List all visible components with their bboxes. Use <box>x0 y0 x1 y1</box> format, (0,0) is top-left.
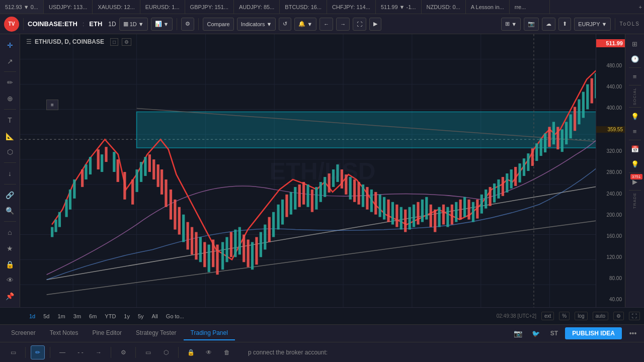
chart-type-btn[interactable]: 📊 ▼ <box>151 18 173 31</box>
chart-area[interactable]: ☰ ETH/USD, D, COINBASE □ ⚙ ≡ ETH/USD <box>20 34 625 307</box>
interval-selector[interactable]: ▦ 1D ▼ <box>119 18 148 31</box>
draw-pencil[interactable]: ✏ <box>31 345 45 359</box>
expand-btn[interactable]: ⛶ <box>629 312 640 320</box>
star-tool[interactable]: ★ <box>3 241 17 255</box>
tab-11[interactable]: rre... <box>510 0 550 14</box>
rt-clock-btn[interactable]: 🕐 <box>628 52 641 65</box>
draw-lock[interactable]: 🔒 <box>184 345 198 359</box>
chart-title-controls: □ ⚙ <box>109 38 132 45</box>
draw-shape[interactable]: ▭ <box>141 345 155 359</box>
link-tool[interactable]: 🔗 <box>3 188 17 202</box>
draw-polygon[interactable]: ⬡ <box>159 345 173 359</box>
time-1y[interactable]: 1y <box>120 312 134 321</box>
st-btn[interactable]: ST <box>547 326 561 340</box>
tab-7[interactable]: CHFJPY: 114... <box>327 0 376 14</box>
time-5d[interactable]: 5d <box>39 312 53 321</box>
draw-line[interactable]: — <box>55 345 69 359</box>
time-5y[interactable]: 5y <box>134 312 148 321</box>
tab-4[interactable]: GBPJPY: 151... <box>185 0 234 14</box>
draw-rect-select[interactable]: ▭ <box>6 345 20 359</box>
ext-btn[interactable]: ext <box>541 312 554 320</box>
crosshair-tool[interactable]: ✛ <box>3 38 17 52</box>
chart-svg[interactable]: 🌐 3 13 <box>20 34 625 307</box>
rt-chat-btn[interactable]: ≡ <box>628 125 641 138</box>
draw-arrow[interactable]: → <box>92 345 106 359</box>
fullscreen-btn[interactable]: ⛶ <box>353 18 366 31</box>
alert-btn[interactable]: 🔔▼ <box>294 18 316 31</box>
chart-screenshot-btn[interactable]: □ <box>110 38 118 46</box>
text-tool[interactable]: T <box>3 113 17 127</box>
rt-clock-icon: 🕐 <box>631 55 639 63</box>
cloud-btn[interactable]: ☁ <box>542 18 555 31</box>
svg-rect-135 <box>535 143 538 161</box>
svg-rect-71 <box>264 225 266 250</box>
compare-btn[interactable]: Compare <box>203 18 233 31</box>
zoom-tool[interactable]: 🔍 <box>3 204 17 218</box>
twitter-btn[interactable]: 🐦 <box>529 326 543 340</box>
rt-layout-btn[interactable]: ⊞ <box>628 37 641 50</box>
replay-btn[interactable]: ↺ <box>279 18 291 31</box>
rt-lightbulb-btn[interactable]: 💡 <box>628 110 641 123</box>
eye-tool[interactable]: 👁 <box>3 273 17 287</box>
panel-tab-textnotes[interactable]: Text Notes <box>43 326 86 340</box>
time-1m[interactable]: 1m <box>54 312 69 321</box>
time-goto[interactable]: Go to... <box>162 312 188 321</box>
tab-10[interactable]: A Lesson in... <box>466 0 510 14</box>
draw-eye[interactable]: 👁 <box>202 345 216 359</box>
panel-tab-screener[interactable]: Screener <box>4 326 43 340</box>
upload-btn[interactable]: ⬆ <box>558 18 571 31</box>
tab-9[interactable]: NZDUSD: 0... <box>422 0 466 14</box>
tab-2[interactable]: XAUUSD: 12... <box>93 0 140 14</box>
lock-tool[interactable]: 🔒 <box>3 257 17 272</box>
symbol-search-btn[interactable]: EURJPY ▼ <box>574 18 611 31</box>
tab-5[interactable]: AUDJPY: 85... <box>234 0 280 14</box>
indicators-btn[interactable]: Indicators ▼ <box>237 18 276 31</box>
time-all[interactable]: All <box>148 312 162 321</box>
draw-trash[interactable]: 🗑 <box>220 345 234 359</box>
new-tab-btn[interactable]: + <box>639 4 642 10</box>
layout-btn[interactable]: ⊞▼ <box>501 18 521 31</box>
back-btn[interactable]: ← <box>319 18 333 31</box>
tab-0[interactable]: 512.93 ▼ 0... <box>0 0 44 14</box>
play-btn[interactable]: ▶ <box>369 18 381 31</box>
shape-tool[interactable]: ⬡ <box>3 145 17 159</box>
time-6m[interactable]: 6m <box>85 312 101 321</box>
panel-tab-strategy[interactable]: Strategy Tester <box>129 326 183 340</box>
home-tool[interactable]: ⌂ <box>3 225 17 239</box>
camera-btn[interactable]: 📷 <box>524 18 539 31</box>
chart-settings-btn[interactable]: ⚙ <box>122 38 131 46</box>
pencil-tool[interactable]: ✏ <box>3 75 17 89</box>
panel-tab-trading[interactable]: Trading Panel <box>184 326 235 340</box>
indicators-label: Indicators <box>241 21 265 27</box>
settings-btn2[interactable]: ⚙ <box>613 312 624 320</box>
rt-alert-btn[interactable]: 💡 <box>628 157 641 170</box>
tab-1[interactable]: USDJPY: 113... <box>44 0 93 14</box>
percent-btn[interactable]: % <box>559 312 570 320</box>
camera-btn2[interactable]: 📷 <box>511 326 525 340</box>
draw-settings[interactable]: ⚙ <box>116 345 130 359</box>
crossline-tool[interactable]: ⊕ <box>3 92 17 106</box>
time-ytd[interactable]: YTD <box>101 312 120 321</box>
panel-tab-pine[interactable]: Pine Editor <box>85 326 129 340</box>
measure-tool[interactable]: 📐 <box>3 129 17 143</box>
svg-rect-148 <box>591 78 593 104</box>
settings-btn[interactable]: ⚙ <box>181 18 194 31</box>
rt-news-btn[interactable]: ≡ <box>628 70 641 83</box>
draw-dash[interactable]: - - <box>73 345 88 359</box>
time-3m[interactable]: 3m <box>69 312 85 321</box>
rt-calendar-btn[interactable]: 📅 <box>628 142 641 155</box>
tab-3[interactable]: EURUSD: 1... <box>140 0 185 14</box>
more-btn[interactable]: ••• <box>626 326 640 340</box>
log-btn[interactable]: log <box>575 312 587 320</box>
pin-tool[interactable]: 📌 <box>3 289 17 303</box>
forward-btn[interactable]: → <box>336 18 350 31</box>
tab-8[interactable]: 511.99 ▼ -1... <box>376 0 422 14</box>
tab-6[interactable]: BTCUSD: 16... <box>280 0 327 14</box>
arrow-tool[interactable]: ↓ <box>3 166 17 180</box>
svg-rect-144 <box>574 107 576 131</box>
time-1d[interactable]: 1d <box>25 312 39 321</box>
publish-button[interactable]: PUBLISH IDEA <box>565 327 622 339</box>
cursor-tool[interactable]: ↗ <box>3 54 17 68</box>
cloud-icon: ☁ <box>546 21 551 27</box>
auto-btn[interactable]: auto <box>593 312 608 320</box>
